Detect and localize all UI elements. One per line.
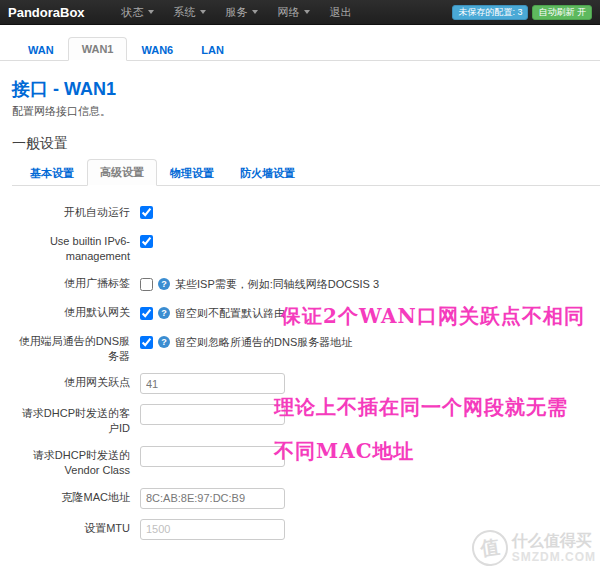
nav-item-label: 系统 [174,5,196,20]
field-label: 使用默认网关 [12,302,130,320]
nav-item-label: 服务 [226,5,248,20]
field-label: Use builtin IPv6-management [12,231,130,264]
default-gateway-checkbox[interactable] [140,307,153,320]
form-row-clone-mac: 克隆MAC地址 [12,487,600,509]
form-row-default-gateway: 使用默认网关 ? 留空则不配置默认路由 [12,302,600,322]
ipv6-management-checkbox[interactable] [140,235,153,248]
chevron-down-icon [252,10,258,14]
field-label: 使用广播标签 [12,273,130,291]
field-label: 使用端局通告的DNS服务器 [12,331,130,364]
navbar-badges: 未保存的配置: 3 自动刷新 开 [452,5,592,20]
subtab-advanced[interactable]: 高级设置 [87,159,157,186]
form-row-gateway-metric: 使用网关跃点 [12,372,600,394]
page-subtitle: 配置网络接口信息。 [12,104,600,119]
help-icon: ? [158,278,170,290]
gateway-metric-input[interactable] [140,373,285,394]
chevron-down-icon [200,10,206,14]
section-legend: 一般设置 [12,135,600,153]
auto-refresh-badge[interactable]: 自动刷新 开 [532,5,592,20]
form-row-ipv6-management: Use builtin IPv6-management [12,231,600,264]
nav-item-network[interactable]: 网络 [269,2,319,23]
tab-wan[interactable]: WAN [14,38,68,61]
tab-wan1[interactable]: WAN1 [68,37,128,61]
unsaved-changes-badge[interactable]: 未保存的配置: 3 [452,5,528,20]
nav-item-logout[interactable]: 退出 [321,2,361,23]
dhcp-vendor-class-input[interactable] [140,446,285,467]
chevron-down-icon [148,10,154,14]
nav-item-services[interactable]: 服务 [217,2,267,23]
settings-subtabs: 基本设置 高级设置 物理设置 防火墙设置 [12,159,600,186]
form-row-client-id: 请求DHCP时发送的客户ID [12,403,600,436]
clone-mac-input[interactable] [140,488,285,509]
nav-item-label: 网络 [278,5,300,20]
settings-form: 开机自动运行 Use builtin IPv6-management 使用广播标… [12,202,600,540]
top-navbar: PandoraBox 状态 系统 服务 网络 退出 未保存的配置: 3 自动刷新… [0,0,600,25]
field-label: 设置MTU [12,518,130,536]
tab-wan6[interactable]: WAN6 [127,38,187,61]
help-icon: ? [158,307,170,319]
main-content: 接口 - WAN1 配置网络接口信息。 一般设置 基本设置 高级设置 物理设置 … [0,77,600,540]
nav-item-status[interactable]: 状态 [113,2,163,23]
field-label: 克隆MAC地址 [12,487,130,505]
page-title: 接口 - WAN1 [12,77,600,101]
broadcast-flag-checkbox[interactable] [140,278,153,291]
field-description: 留空则不配置默认路由 [175,303,285,321]
watermark-domain: SMZDM.COM [512,550,596,564]
peer-dns-checkbox[interactable] [140,336,153,349]
tab-lan[interactable]: LAN [187,38,238,61]
form-row-vendor-class: 请求DHCP时发送的Vendor Class [12,445,600,478]
chevron-down-icon [304,10,310,14]
mtu-input[interactable] [140,519,285,540]
field-label: 请求DHCP时发送的Vendor Class [12,445,130,478]
subtab-basic[interactable]: 基本设置 [17,160,87,186]
field-description: 某些ISP需要，例如:同轴线网络DOCSIS 3 [175,274,379,292]
brand-logo[interactable]: PandoraBox [8,5,85,20]
nav-item-system[interactable]: 系统 [165,2,215,23]
interface-tabs: WAN WAN1 WAN6 LAN [0,25,600,61]
form-row-broadcast-flag: 使用广播标签 ? 某些ISP需要，例如:同轴线网络DOCSIS 3 [12,273,600,293]
form-row-mtu: 设置MTU [12,518,600,540]
field-label: 开机自动运行 [12,202,130,220]
field-label: 请求DHCP时发送的客户ID [12,403,130,436]
form-row-autostart: 开机自动运行 [12,202,600,222]
field-description: 留空则忽略所通告的DNS服务器地址 [175,332,352,350]
form-row-peer-dns: 使用端局通告的DNS服务器 ? 留空则忽略所通告的DNS服务器地址 [12,331,600,364]
nav-item-label: 退出 [330,5,352,20]
field-label: 使用网关跃点 [12,372,130,390]
nav-item-label: 状态 [122,5,144,20]
subtab-physical[interactable]: 物理设置 [157,160,227,186]
nav-menu: 状态 系统 服务 网络 退出 [113,2,453,23]
autostart-checkbox[interactable] [140,206,153,219]
dhcp-client-id-input[interactable] [140,404,285,425]
help-icon: ? [158,336,170,348]
subtab-firewall[interactable]: 防火墙设置 [227,160,308,186]
